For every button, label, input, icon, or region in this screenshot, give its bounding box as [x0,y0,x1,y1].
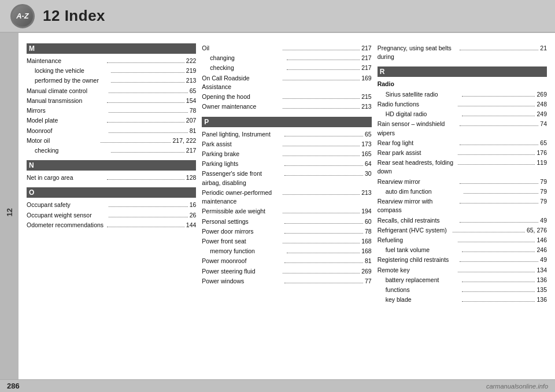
entry-dots [283,243,360,243]
entry-dots [462,282,535,282]
index-entry: Rear park assist176 [378,148,547,158]
entry-page: 16 [190,201,197,209]
entry-page: 79 [540,177,547,186]
column-2: Oil217changing217checking217On Call Road… [202,43,371,387]
entry-page: 169 [361,74,372,83]
entry-page: 81 [365,257,372,265]
entry-page: 173 [361,140,372,149]
entry-dots [107,179,184,180]
section-header-m: M [27,43,196,54]
entry-text: Manual climate control [27,87,107,95]
section-header-r: R [378,66,547,77]
entry-page: 77 [365,277,372,286]
entry-text: Oil [202,44,280,53]
bottom-bar: 286 carmanualsonline.info [0,379,555,392]
entry-dots [460,261,538,262]
index-entry: Opening the hood215 [202,92,371,102]
index-entry: battery replacement136 [378,275,547,285]
entry-text: Power front seat [202,237,280,246]
entry-page: 60 [365,217,372,226]
index-entry: Pregnancy, using seat belts during21 [378,43,547,62]
entry-page: 213 [361,188,372,197]
entry-page: 49 [540,256,547,264]
entry-text: Maintenance [27,57,105,65]
chapter-number: 12 [5,208,14,216]
index-entry: Odometer recommendations144 [27,220,196,230]
entry-dots [462,116,535,116]
entry-text: Pregnancy, using seat belts during [378,44,458,61]
entry-dots [109,132,187,133]
entry-page: 217 [361,44,372,53]
entry-page: 217 [361,64,372,72]
index-entry: Remote key134 [378,265,547,275]
section-header-p: P [202,117,371,127]
entry-text: Remote key [378,266,456,275]
entry-text: Registering child restraints [378,256,458,264]
entry-page: 74 [540,120,547,128]
section-header-n: N [27,160,196,171]
section-letter: O [29,188,34,197]
entry-page: 219 [186,66,197,75]
entry-dots [284,136,363,136]
entry-text: fuel tank volume [378,246,460,254]
chapter-tab: 12 [0,33,18,391]
entry-page: 217, 222 [172,136,196,145]
index-entry: Moonroof81 [27,126,196,136]
entry-dots [460,203,538,204]
entry-page: 128 [186,173,197,182]
entry-dots [460,183,538,184]
index-entry: Net in cargo area128 [27,173,196,183]
entry-page: 135 [536,286,547,294]
entry-text: Owner maintenance [202,102,280,111]
index-entry: Occupant safety16 [27,200,196,210]
entry-dots [458,164,535,165]
section-letter: P [204,118,209,126]
index-entry: key blade136 [378,295,547,305]
index-entry: Park assist173 [202,139,371,149]
index-entry: functions135 [378,285,547,295]
index-entry: Model plate207 [27,116,196,125]
entry-text: Rear seat headrests, folding down [378,158,456,176]
entry-page: 134 [536,266,547,275]
index-entry: HD digital radio249 [378,109,547,119]
index-entry: On Call Roadside Assistance169 [202,73,371,92]
entry-page: 79 [540,187,547,196]
index-entry: Registering child restraints49 [378,255,547,265]
entry-dots [101,142,171,143]
entry-page: 144 [186,221,197,230]
index-entry: Rear fog light65 [378,138,547,148]
section-spacer [202,286,371,291]
entry-dots [464,193,538,194]
entry-page: 65, 276 [527,226,547,235]
entry-text: Power windows [202,277,282,286]
entry-dots [283,80,360,80]
entry-page: 65 [540,139,547,147]
section-letter: M [29,45,35,53]
index-entry: Passenger's side front airbag, disabling… [202,169,371,187]
entry-page: 215 [361,93,372,101]
entry-page: 246 [536,246,547,254]
entry-text: Refueling [378,236,456,245]
entry-dots [283,273,360,273]
entry-dots [283,194,360,195]
index-entry: Sirius satellite radio269 [378,90,547,99]
section-spacer [378,305,547,309]
entry-page: 213 [361,102,372,111]
section-spacer [27,156,196,160]
entry-text: Motor oil [27,136,99,145]
index-entry: Occupant weight sensor26 [27,210,196,220]
entry-dots [284,283,363,283]
entry-text: Refrigerant (HVC system) [378,226,452,235]
entry-dots [283,156,360,156]
index-entry: Rearview mirror with compass79 [378,197,547,215]
entry-dots [287,60,360,60]
entry-text: checking [27,146,109,155]
entry-dots [284,233,363,234]
section-spacer [27,230,196,235]
entry-dots [109,93,187,93]
entry-text: Opening the hood [202,93,280,101]
index-entry: Parking lights64 [202,159,371,169]
entry-text: Manual transmission [27,97,105,105]
section-header-o: O [27,187,196,198]
index-entry: Periodic owner-performed maintenance213 [202,188,371,206]
